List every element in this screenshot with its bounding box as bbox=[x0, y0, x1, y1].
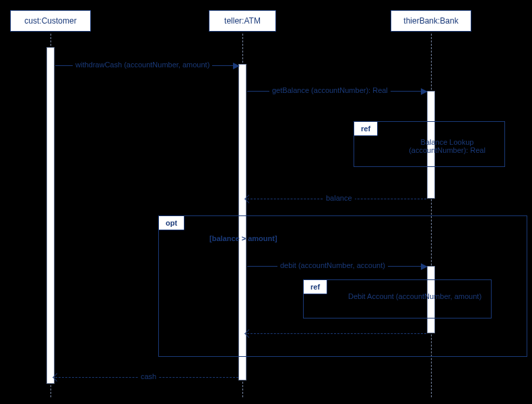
arrow-icon bbox=[421, 263, 428, 270]
arrow-icon bbox=[421, 88, 428, 95]
fragment-ref-debit-label: ref bbox=[303, 279, 327, 294]
fragment-ref-debit: ref Debit Account (accountNumber, amount… bbox=[303, 279, 492, 318]
lifeline-customer-head: cust:Customer bbox=[10, 10, 91, 32]
sequence-diagram: cust:Customer teller:ATM thierBank:Bank … bbox=[0, 0, 532, 404]
lifeline-bank-head: thierBank:Bank bbox=[391, 10, 471, 32]
msg-getbalance-label: getBalance (accountNumber): Real bbox=[269, 86, 391, 94]
fragment-ref-balance-label: ref bbox=[354, 121, 378, 136]
msg-withdraw-label: withdrawCash (accountNumber, amount) bbox=[73, 61, 212, 69]
msg-balance-label: balance bbox=[323, 194, 355, 202]
lifeline-atm-head: teller:ATM bbox=[209, 10, 276, 32]
fragment-ref-debit-text: Debit Account (accountNumber, amount) bbox=[341, 292, 489, 300]
msg-cash-label: cash bbox=[138, 372, 159, 380]
msg-debit-return bbox=[247, 333, 426, 335]
fragment-ref-balance-text: Balance Lookup (accountNumber): Real bbox=[393, 138, 501, 154]
fragment-opt-label: opt bbox=[158, 215, 185, 230]
msg-debit-label: debit (accountNumber, account) bbox=[277, 261, 388, 269]
arrow-icon bbox=[233, 63, 240, 69]
activation-customer bbox=[46, 47, 55, 384]
fragment-opt-guard: [balance > amount] bbox=[209, 234, 277, 242]
fragment-ref-balance: ref Balance Lookup (accountNumber): Real bbox=[354, 121, 505, 167]
